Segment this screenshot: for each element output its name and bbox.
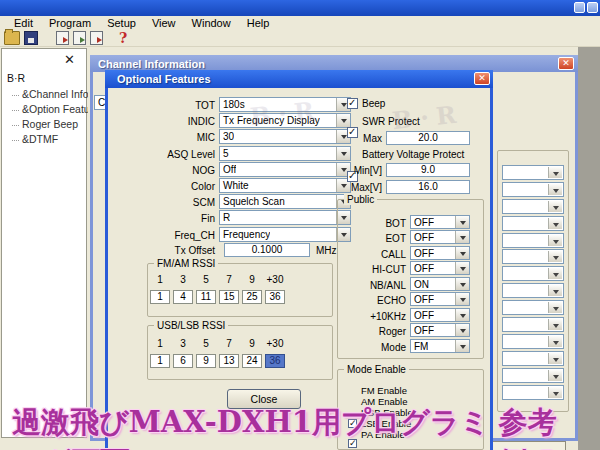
mdi-background <box>578 47 600 450</box>
pa-enable-label: PA Enable <box>361 429 405 440</box>
roger-label: Roger <box>339 326 406 337</box>
background-combobox[interactable] <box>502 233 564 248</box>
background-combobox[interactable] <box>502 165 564 180</box>
rssi-header: +30 <box>265 274 285 285</box>
background-combobox[interactable] <box>502 199 564 214</box>
open-icon[interactable] <box>4 31 20 45</box>
save-icon[interactable] <box>24 31 38 45</box>
menu-program[interactable]: Program <box>41 17 99 29</box>
read-channel-icon[interactable] <box>56 31 69 45</box>
channel-window-close-icon[interactable]: ✕ <box>558 57 574 70</box>
dialog-close-icon[interactable]: ✕ <box>474 72 490 85</box>
call-label: CALL <box>339 249 406 260</box>
hi-cut-select[interactable]: OFF <box>410 261 470 275</box>
fm-enable-label: FM Enable <box>361 385 407 396</box>
roger-select[interactable]: OFF <box>410 323 470 337</box>
background-combobox[interactable] <box>502 368 564 383</box>
fm-rssi-input[interactable]: 15 <box>219 290 239 304</box>
fm-rssi-input[interactable]: 4 <box>173 290 193 304</box>
background-combobox[interactable] <box>502 182 564 197</box>
dialog-titlebar[interactable]: Optional Features ✕ <box>105 70 493 88</box>
am-enable-label: AM Enable <box>361 396 407 407</box>
background-combobox[interactable] <box>502 385 564 400</box>
bottom-cut-button[interactable] <box>486 441 566 450</box>
battery-protect-label: Battery Voltage Protect <box>362 149 464 160</box>
bot-select[interactable]: OFF <box>410 215 470 229</box>
menu-view[interactable]: View <box>144 17 184 29</box>
menu-setup[interactable]: Setup <box>99 17 144 29</box>
battery-min-label: Min[V] <box>320 165 382 176</box>
plus-10khz-select[interactable]: OFF <box>410 308 470 322</box>
nb-anl-select[interactable]: ON <box>410 277 470 291</box>
chevron-down-icon <box>455 247 469 259</box>
fm-rssi-input[interactable]: 1 <box>150 290 170 304</box>
usb-rssi-input-selected[interactable]: 36 <box>265 354 285 368</box>
usb-rssi-input[interactable]: 1 <box>150 354 170 368</box>
rssi-header: 1 <box>150 274 170 285</box>
usb-rssi-input[interactable]: 9 <box>196 354 216 368</box>
tree-root[interactable]: B·R <box>7 72 25 84</box>
freq-ch-select[interactable]: Frequency <box>219 227 351 242</box>
write-channel-icon[interactable] <box>90 31 103 45</box>
mode-select[interactable]: FM <box>410 339 470 353</box>
chevron-down-icon <box>455 340 469 352</box>
background-combobox[interactable] <box>502 249 564 264</box>
eot-select[interactable]: OFF <box>410 230 470 244</box>
bot-label: BOT <box>339 218 406 229</box>
fm-enable-checkbox[interactable] <box>348 419 357 428</box>
background-combobox[interactable] <box>502 283 564 298</box>
rssi-header: 9 <box>242 338 262 349</box>
background-combobox[interactable] <box>502 334 564 349</box>
tx-offset-input[interactable]: 0.1000 <box>224 243 310 257</box>
battery-max-input[interactable]: 16.0 <box>386 180 470 194</box>
asq-level-select[interactable]: 5 <box>219 146 351 161</box>
watermark-text: B・R <box>249 95 316 134</box>
echo-label: ECHO <box>339 295 406 306</box>
plus-10khz-label: +10KHz <box>339 311 406 322</box>
echo-select[interactable]: OFF <box>410 292 470 306</box>
background-combobox[interactable] <box>502 317 564 332</box>
close-panel-icon[interactable]: ✕ <box>64 53 75 66</box>
scm-select[interactable]: Squelch Scan <box>219 194 351 209</box>
fm-rssi-input[interactable]: 36 <box>265 290 285 304</box>
background-combobox[interactable] <box>502 351 564 366</box>
usb-enable-label: USB Enable <box>361 407 413 418</box>
background-combobox[interactable] <box>502 216 564 231</box>
rssi-header: 7 <box>219 274 239 285</box>
call-select[interactable]: OFF <box>410 246 470 260</box>
usb-lsb-rssi-group: USB/LSB RSSI <box>147 325 333 380</box>
menu-bar: Edit Program Setup View Window Help <box>0 16 600 30</box>
tree-item-channel-information[interactable]: &Channel Information <box>12 88 88 100</box>
tree-item-option-features[interactable]: &Option Features <box>12 103 88 115</box>
application-window: Edit Program Setup View Window Help ? ✕ … <box>0 0 600 450</box>
fm-rssi-input[interactable]: 25 <box>242 290 262 304</box>
usb-rssi-input[interactable]: 13 <box>219 354 239 368</box>
fm-rssi-input[interactable]: 11 <box>196 290 216 304</box>
mode-enable-title: Mode Enable <box>344 364 409 375</box>
beep-checkbox[interactable] <box>347 98 358 109</box>
background-combobox[interactable] <box>502 266 564 281</box>
menu-help[interactable]: Help <box>239 17 278 29</box>
maximize-button[interactable] <box>587 2 598 13</box>
mode-label: Mode <box>339 342 406 353</box>
usb-rssi-input[interactable]: 24 <box>242 354 262 368</box>
compare-icon[interactable] <box>73 31 86 45</box>
chevron-down-icon <box>455 293 469 305</box>
minimize-button[interactable] <box>574 2 585 13</box>
usb-rssi-input[interactable]: 6 <box>173 354 193 368</box>
background-combobox[interactable] <box>502 300 564 315</box>
nb-anl-label: NB/ANL <box>339 280 406 291</box>
close-button[interactable]: Close <box>227 389 301 409</box>
tree-item-dtmf[interactable]: &DTMF <box>12 133 88 145</box>
app-titlebar[interactable] <box>0 0 600 16</box>
tree-item-roger-beep[interactable]: Roger Beep <box>12 118 88 130</box>
help-icon[interactable]: ? <box>119 32 127 44</box>
menu-edit[interactable]: Edit <box>6 17 41 29</box>
chevron-down-icon <box>455 309 469 321</box>
menu-window[interactable]: Window <box>184 17 239 29</box>
fin-select[interactable]: R <box>219 210 351 225</box>
am-enable-checkbox[interactable] <box>348 439 357 448</box>
rssi-header: 5 <box>196 338 216 349</box>
usb-lsb-rssi-title: USB/LSB RSSI <box>154 320 228 331</box>
battery-min-input[interactable]: 9.0 <box>386 163 470 177</box>
